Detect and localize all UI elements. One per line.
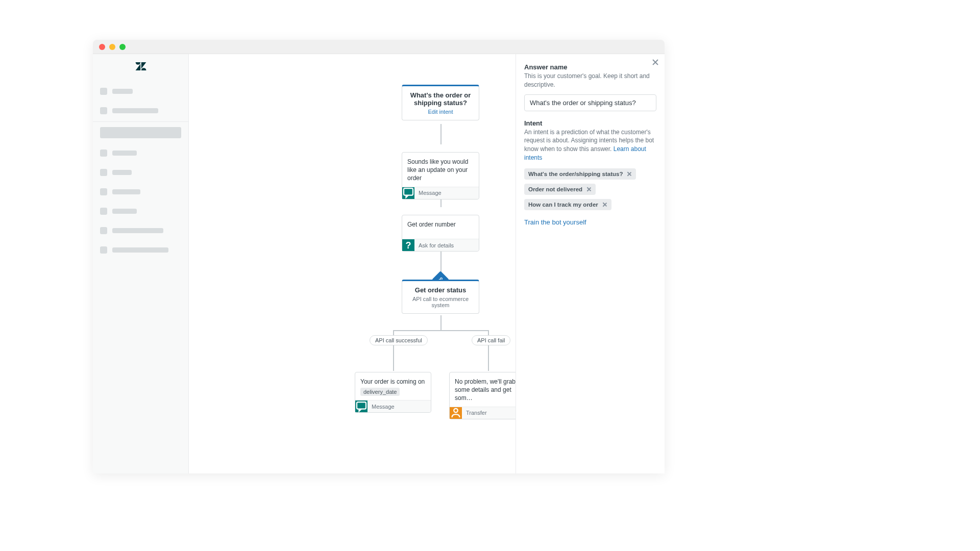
flow-canvas[interactable]: What's the order or shipping status? Edi… — [189, 54, 516, 473]
branch-label-fail: API call fail — [472, 335, 510, 345]
svg-point-5 — [454, 409, 458, 413]
properties-panel: Answer name This is your customer's goal… — [516, 54, 665, 473]
node-text: No problem, we'll grab some details and … — [450, 372, 516, 407]
app-window: What's the order or shipping status? Edi… — [93, 40, 665, 473]
flow-fail-leaf[interactable]: No problem, we'll grab some details and … — [449, 372, 516, 419]
flow-message-node[interactable]: Sounds like you would like an update on … — [402, 152, 479, 199]
node-footer-label: Ask for details — [414, 239, 479, 251]
api-node-subtitle: API call to ecommerce system — [402, 296, 479, 313]
flow-start-node[interactable]: What's the order or shipping status? Edi… — [402, 85, 479, 120]
connector — [440, 315, 442, 331]
zendesk-logo — [100, 59, 181, 82]
edit-intent-link[interactable]: Edit intent — [402, 109, 479, 120]
svg-text:?: ? — [406, 240, 411, 251]
node-footer-label: Message — [368, 400, 431, 412]
svg-rect-0 — [404, 188, 413, 195]
window-close-dot[interactable] — [99, 44, 105, 50]
sidebar-placeholder — [100, 221, 181, 240]
variable-tag: delivery_date — [360, 388, 400, 396]
sidebar-placeholder — [100, 182, 181, 202]
intent-help: An intent is a prediction of what the cu… — [524, 128, 656, 162]
connector — [393, 330, 489, 331]
close-icon[interactable] — [651, 58, 659, 66]
chip-remove-icon[interactable] — [627, 171, 632, 177]
question-icon: ? — [402, 239, 414, 251]
intent-label: Intent — [524, 119, 656, 127]
api-node-title: Get order status — [402, 281, 479, 296]
connector — [440, 124, 442, 144]
sidebar-placeholder — [100, 240, 181, 260]
train-bot-link[interactable]: Train the bot yourself — [524, 218, 656, 226]
answer-name-input[interactable] — [524, 94, 656, 111]
flow-api-node[interactable]: Get order status API call to ecommerce s… — [402, 280, 479, 314]
start-node-title: What's the order or shipping status? — [402, 86, 479, 109]
sidebar-placeholder — [100, 163, 181, 182]
answer-name-label: Answer name — [524, 63, 656, 71]
sidebar-placeholder — [100, 82, 181, 101]
node-text: Get order number — [402, 215, 479, 233]
node-footer-label: Transfer — [462, 407, 515, 419]
window-titlebar — [93, 40, 665, 54]
intent-chip[interactable]: Order not delivered — [524, 184, 596, 195]
sidebar-placeholder — [100, 127, 181, 138]
sidebar-placeholder — [100, 202, 181, 221]
chip-remove-icon[interactable] — [586, 187, 592, 192]
message-icon — [355, 400, 368, 412]
flow-ask-node[interactable]: Get order number ? Ask for details — [402, 215, 479, 252]
sidebar-placeholder — [100, 101, 181, 120]
flow-success-leaf[interactable]: Your order is coming on delivery_date Me… — [355, 372, 431, 413]
sidebar — [93, 54, 189, 473]
intent-chip[interactable]: How can I track my order — [524, 199, 611, 210]
branch-label-success: API call successful — [370, 335, 428, 345]
app-content: What's the order or shipping status? Edi… — [93, 54, 665, 473]
sidebar-placeholder — [100, 143, 181, 163]
node-text: Sounds like you would like an update on … — [402, 153, 479, 187]
transfer-icon — [450, 407, 462, 419]
window-zoom-dot[interactable] — [119, 44, 126, 50]
intent-chips: What's the order/shipping status? Order … — [524, 168, 656, 210]
window-minimize-dot[interactable] — [109, 44, 115, 50]
intent-chip[interactable]: What's the order/shipping status? — [524, 168, 636, 180]
node-text: Your order is coming on — [355, 372, 431, 386]
chip-remove-icon[interactable] — [602, 202, 607, 207]
node-footer-label: Message — [414, 187, 479, 199]
connector — [440, 248, 442, 273]
svg-rect-4 — [357, 402, 366, 409]
answer-name-help: This is your customer's goal. Keep it sh… — [524, 72, 656, 89]
message-icon — [402, 187, 414, 199]
